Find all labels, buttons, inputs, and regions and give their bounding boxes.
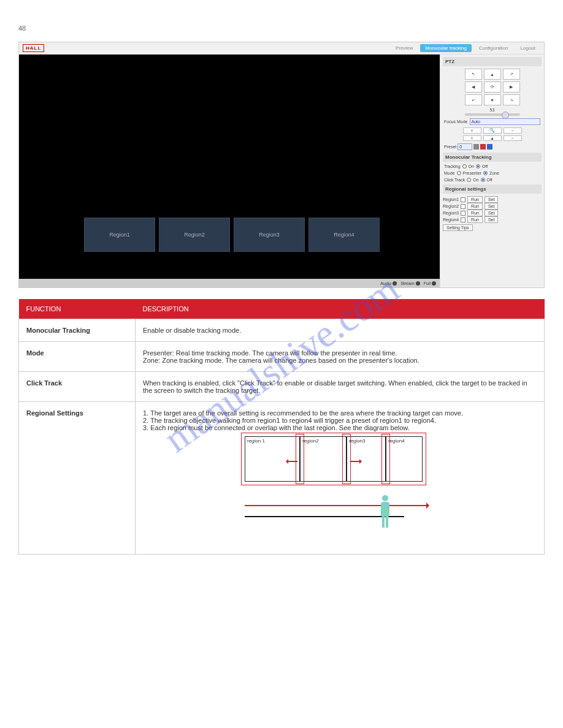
ptz-left[interactable]: ◀ — [465, 82, 482, 93]
region-set-button[interactable]: Set — [484, 216, 499, 223]
nav-logout[interactable]: Logout — [516, 44, 540, 52]
focus-mode-label: Focus Mode — [444, 119, 468, 124]
person-icon — [378, 495, 392, 528]
region-row-label: Region4 — [443, 218, 459, 222]
preset-edit-icon[interactable] — [473, 144, 479, 150]
table-row-description: Presenter: Real time tracking mode. The … — [136, 342, 545, 372]
zone-overlap-diagram: region 1region2region3region4 — [245, 436, 435, 547]
table-row-description: When tracking is enabled, click "Click T… — [136, 372, 545, 402]
video-viewport-wrap: Region1 Region2 Region3 Region4 Audio St… — [19, 55, 440, 287]
fullscreen-toggle[interactable]: Full — [424, 281, 436, 286]
ptz-right[interactable]: ▶ — [503, 82, 520, 93]
focus-near[interactable]: + — [463, 135, 481, 141]
ptz-dpad: ↖ ▲ ↗ ◀ ⟳ ▶ ↙ ▼ ↘ — [443, 69, 542, 105]
region-enable-checkbox[interactable] — [461, 211, 465, 216]
ptz-home[interactable]: ⟳ — [484, 82, 501, 93]
ptz-panel-header: PTZ — [443, 57, 542, 66]
zoom-icon: 🔍 — [483, 127, 502, 134]
region-overlay-4: Region4 — [308, 218, 380, 252]
ptz-speed-slider[interactable] — [465, 113, 520, 116]
table-row-function: Monocular Tracking — [19, 319, 136, 342]
table-row-function: Click Track — [19, 372, 136, 402]
region-enable-checkbox[interactable] — [461, 204, 465, 209]
nav-preview[interactable]: Preview — [391, 44, 418, 52]
camera-webui: HALL Preview Monocular tracking Configur… — [18, 42, 545, 288]
preset-call-icon[interactable] — [487, 144, 492, 150]
region-enable-checkbox[interactable] — [461, 197, 465, 202]
audio-icon — [393, 281, 397, 286]
preset-delete-icon[interactable] — [480, 144, 486, 150]
ptz-down[interactable]: ▼ — [484, 94, 501, 105]
region-run-button[interactable]: Run — [467, 203, 483, 210]
stream-toggle[interactable]: Stream — [400, 281, 420, 286]
video-viewport[interactable]: Region1 Region2 Region3 Region4 — [19, 55, 440, 279]
ptz-up[interactable]: ▲ — [484, 69, 501, 80]
stream-icon — [416, 281, 420, 286]
region-set-button[interactable]: Set — [484, 203, 499, 210]
tracking-off-radio[interactable] — [476, 164, 480, 169]
preset-select[interactable]: 0 — [458, 143, 472, 150]
table-row-description: 1. The target area of the overall settin… — [136, 402, 545, 555]
audio-toggle[interactable]: Audio — [380, 281, 397, 286]
nav-configuration[interactable]: Configuration — [474, 44, 513, 52]
table-row-description: Enable or disable tracking mode. — [136, 319, 545, 342]
clicktrack-label: Click Track — [444, 178, 465, 182]
zoom-out[interactable]: − — [504, 127, 522, 134]
region-run-button[interactable]: Run — [467, 196, 483, 203]
th-description: DESCRIPTION — [136, 299, 545, 319]
table-row-function: Regional Settings — [19, 402, 136, 555]
app-header: HALL Preview Monocular tracking Configur… — [19, 42, 544, 55]
region-row-label: Region2 — [443, 204, 459, 208]
region-overlay-3: Region3 — [234, 218, 305, 252]
tracking-on-radio[interactable] — [462, 164, 467, 169]
region-overlay-1: Region1 — [84, 218, 155, 252]
ptz-down-right[interactable]: ↘ — [503, 94, 520, 105]
clicktrack-off-radio[interactable] — [481, 178, 485, 182]
region-row-label: Region3 — [443, 211, 459, 215]
side-panel: PTZ ↖ ▲ ↗ ◀ ⟳ ▶ ↙ ▼ ↘ 53 Focus Mod — [440, 55, 544, 287]
regional-settings-header: Regional settings — [443, 184, 542, 194]
mode-label: Mode — [444, 171, 455, 175]
zoom-in[interactable]: + — [463, 127, 481, 134]
region-overlay-2: Region2 — [159, 218, 230, 252]
th-function: FUNCTION — [19, 299, 136, 319]
fullscreen-icon — [432, 281, 436, 286]
mode-presenter-radio[interactable] — [457, 171, 461, 175]
mode-zone-radio[interactable] — [483, 171, 488, 175]
focus-far[interactable]: − — [504, 135, 522, 141]
clicktrack-on-radio[interactable] — [467, 178, 471, 182]
table-row-function: Mode — [19, 342, 136, 372]
region-set-button[interactable]: Set — [484, 196, 499, 203]
region-enable-checkbox[interactable] — [461, 218, 465, 222]
function-table: FUNCTION DESCRIPTION Monocular TrackingE… — [18, 299, 545, 555]
ptz-speed-value: 53 — [490, 108, 495, 112]
direction-arrow-icon — [245, 505, 429, 506]
region-run-button[interactable]: Run — [467, 216, 483, 223]
nav-monocular-tracking[interactable]: Monocular tracking — [420, 44, 472, 52]
hall-logo: HALL — [23, 44, 44, 52]
region-set-button[interactable]: Set — [484, 210, 499, 216]
tracking-label: Tracking — [444, 164, 461, 169]
region-row-label: Region1 — [443, 197, 459, 202]
monocular-tracking-header: Monocular Tracking — [443, 153, 542, 162]
ptz-up-right[interactable]: ↗ — [503, 69, 520, 80]
preset-label: Preset — [444, 145, 456, 149]
ptz-up-left[interactable]: ↖ — [465, 69, 482, 80]
page-number: 48 — [18, 25, 545, 32]
ptz-down-left[interactable]: ↙ — [465, 94, 482, 105]
viewport-toolbar: Audio Stream Full — [19, 279, 440, 287]
setting-tips-button[interactable]: Setting Tips — [443, 224, 473, 231]
focus-mode-select[interactable]: Auto — [470, 118, 540, 125]
region-run-button[interactable]: Run — [467, 210, 483, 216]
focus-icon: ▲ — [483, 135, 502, 141]
